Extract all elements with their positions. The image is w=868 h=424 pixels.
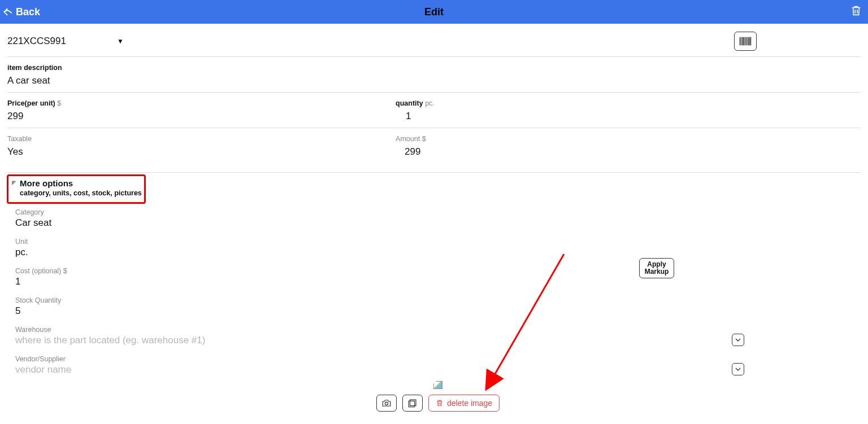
- unit-label: Unit: [15, 238, 861, 246]
- svg-rect-7: [750, 37, 751, 46]
- amount-label: Amount $: [396, 135, 861, 143]
- category-label: Category: [15, 208, 861, 216]
- delete-image-button[interactable]: delete image: [428, 395, 500, 412]
- cost-label: Cost (optional) $: [15, 267, 639, 275]
- vendor-dropdown-button[interactable]: [732, 363, 744, 375]
- barcode-scan-button[interactable]: [734, 32, 757, 51]
- svg-rect-5: [747, 37, 748, 46]
- taxable-amount-section: Taxable Yes Amount $ 299: [7, 128, 861, 173]
- topbar: Back Edit: [0, 0, 868, 24]
- more-options-toggle[interactable]: ◤ More options category, units, cost, st…: [7, 173, 861, 200]
- take-photo-button[interactable]: [376, 395, 397, 412]
- svg-rect-1: [741, 37, 742, 46]
- warehouse-label: Warehouse: [15, 326, 861, 334]
- description-input[interactable]: [7, 75, 358, 86]
- description-label: item description: [7, 64, 861, 72]
- chevron-down-icon: [735, 337, 741, 343]
- taxable-label: Taxable: [7, 135, 396, 143]
- svg-rect-2: [743, 37, 744, 46]
- back-label: Back: [16, 6, 40, 18]
- sku-value: 221XCCS991: [7, 36, 66, 47]
- svg-rect-6: [749, 37, 750, 46]
- price-quantity-section: Price(per unit) $ 299 quantity pc. 1: [7, 93, 861, 128]
- dropdown-caret-icon: ▼: [117, 37, 124, 45]
- sku-row: 221XCCS991 ▼: [7, 24, 861, 57]
- warehouse-input[interactable]: [15, 335, 366, 346]
- svg-point-8: [385, 402, 388, 405]
- amount-value: 299: [396, 146, 861, 158]
- more-options-title: More options: [20, 178, 142, 188]
- delete-image-label: delete image: [447, 399, 492, 408]
- svg-rect-3: [744, 37, 745, 46]
- vendor-label: Vendor/Supplier: [15, 355, 861, 363]
- vendor-input[interactable]: [15, 364, 366, 375]
- sku-dropdown[interactable]: 221XCCS991 ▼: [7, 36, 124, 47]
- category-input[interactable]: Car seat: [15, 217, 861, 229]
- trash-icon: [436, 399, 444, 408]
- page-title: Edit: [424, 6, 444, 18]
- trash-icon: [850, 5, 862, 17]
- price-input[interactable]: 299: [7, 111, 396, 122]
- svg-rect-4: [745, 37, 746, 46]
- quantity-input[interactable]: 1: [396, 111, 861, 122]
- svg-rect-9: [410, 400, 416, 406]
- price-label: Price(per unit) $: [7, 99, 396, 107]
- choose-from-gallery-button[interactable]: [402, 395, 423, 412]
- more-options-subtitle: category, units, cost, stock, pictures: [20, 189, 142, 197]
- delete-item-button[interactable]: [850, 5, 862, 19]
- description-section: item description: [7, 57, 861, 93]
- svg-rect-0: [740, 37, 740, 46]
- unit-input[interactable]: pc.: [15, 247, 861, 258]
- warehouse-dropdown-button[interactable]: [732, 334, 744, 346]
- apply-markup-button[interactable]: Apply Markup: [639, 258, 674, 278]
- gallery-icon: [407, 399, 418, 408]
- more-options-panel: Category Car seat Unit pc. Cost (optiona…: [7, 200, 861, 412]
- stock-label: Stock Quantity: [15, 296, 861, 304]
- svg-rect-10: [409, 401, 415, 407]
- item-image-section: delete image: [15, 381, 861, 412]
- back-arrow-icon: [2, 6, 14, 18]
- quantity-label: quantity pc.: [396, 99, 861, 107]
- taxable-toggle[interactable]: Yes: [7, 146, 396, 158]
- camera-icon: [381, 399, 392, 408]
- stock-input[interactable]: 5: [15, 305, 861, 317]
- barcode-icon: [739, 36, 752, 46]
- chevron-down-icon: [735, 366, 741, 372]
- cost-input[interactable]: 1: [15, 276, 639, 287]
- item-image-thumbnail[interactable]: [433, 381, 442, 389]
- collapse-icon: ◤: [12, 180, 16, 186]
- back-button[interactable]: Back: [0, 6, 40, 18]
